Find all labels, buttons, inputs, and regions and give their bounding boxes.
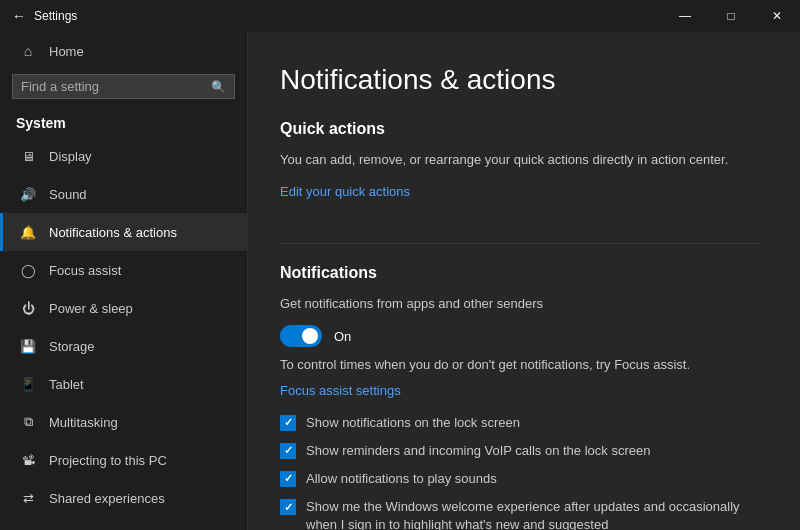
system-section-label: System xyxy=(0,107,247,137)
checkbox-lock-screen-label: Show notifications on the lock screen xyxy=(306,414,520,432)
checkbox-voip[interactable] xyxy=(280,443,296,459)
sidebar-shared-label: Shared experiences xyxy=(49,491,165,506)
sidebar-focus-label: Focus assist xyxy=(49,263,121,278)
quick-actions-section-title: Quick actions xyxy=(280,120,760,138)
sidebar-projecting-label: Projecting to this PC xyxy=(49,453,167,468)
focus-desc: To control times when you do or don't ge… xyxy=(280,355,760,375)
display-icon: 🖥 xyxy=(19,147,37,165)
sidebar-item-home-label: Home xyxy=(49,44,84,59)
search-icon: 🔍 xyxy=(211,80,226,94)
sidebar-multitasking-label: Multitasking xyxy=(49,415,118,430)
notifications-from-apps-label: Get notifications from apps and other se… xyxy=(280,294,760,314)
title-bar-title: Settings xyxy=(34,9,77,23)
page-title: Notifications & actions xyxy=(280,64,760,96)
checkbox-voip-label: Show reminders and incoming VoIP calls o… xyxy=(306,442,650,460)
checkbox-row-welcome: Show me the Windows welcome experience a… xyxy=(280,498,760,530)
edit-quick-actions-link[interactable]: Edit your quick actions xyxy=(280,184,410,199)
sidebar-notifications-label: Notifications & actions xyxy=(49,225,177,240)
sidebar-power-label: Power & sleep xyxy=(49,301,133,316)
close-button[interactable]: ✕ xyxy=(754,0,800,32)
sidebar-item-sound[interactable]: 🔊 Sound xyxy=(0,175,247,213)
divider-1 xyxy=(280,243,760,244)
checkbox-welcome-label: Show me the Windows welcome experience a… xyxy=(306,498,760,530)
sidebar-tablet-label: Tablet xyxy=(49,377,84,392)
back-arrow-icon: ← xyxy=(12,8,26,24)
sidebar-item-multitasking[interactable]: ⧉ Multitasking xyxy=(0,403,247,441)
toggle-knob xyxy=(302,328,318,344)
shared-icon: ⇄ xyxy=(19,489,37,507)
sidebar-search-box[interactable]: 🔍 xyxy=(12,74,235,99)
home-icon: ⌂ xyxy=(19,42,37,60)
checkbox-row-voip: Show reminders and incoming VoIP calls o… xyxy=(280,442,760,460)
sidebar-item-home[interactable]: ⌂ Home xyxy=(0,32,247,70)
sound-icon: 🔊 xyxy=(19,185,37,203)
maximize-button[interactable]: □ xyxy=(708,0,754,32)
checkbox-row-sounds: Allow notifications to play sounds xyxy=(280,470,760,488)
toggle-on-label: On xyxy=(334,329,351,344)
notifications-toggle[interactable] xyxy=(280,325,322,347)
checkbox-lock-screen[interactable] xyxy=(280,415,296,431)
sidebar-item-power[interactable]: ⏻ Power & sleep xyxy=(0,289,247,327)
sidebar-storage-label: Storage xyxy=(49,339,95,354)
title-bar: ← Settings — □ ✕ xyxy=(0,0,800,32)
checkbox-sounds-label: Allow notifications to play sounds xyxy=(306,470,497,488)
search-input[interactable] xyxy=(21,79,211,94)
sidebar-item-tablet[interactable]: 📱 Tablet xyxy=(0,365,247,403)
sidebar-item-display[interactable]: 🖥 Display xyxy=(0,137,247,175)
sidebar-sound-label: Sound xyxy=(49,187,87,202)
focus-icon: ◯ xyxy=(19,261,37,279)
sidebar: ⌂ Home 🔍 System 🖥 Display 🔊 Sound 🔔 Noti… xyxy=(0,32,248,530)
focus-assist-link[interactable]: Focus assist settings xyxy=(280,383,401,398)
notifications-section-title: Notifications xyxy=(280,264,760,282)
notifications-toggle-row: On xyxy=(280,325,760,347)
app-body: ⌂ Home 🔍 System 🖥 Display 🔊 Sound 🔔 Noti… xyxy=(0,32,800,530)
quick-actions-desc: You can add, remove, or rearrange your q… xyxy=(280,150,760,170)
tablet-icon: 📱 xyxy=(19,375,37,393)
sidebar-item-notifications[interactable]: 🔔 Notifications & actions xyxy=(0,213,247,251)
title-bar-left: ← Settings xyxy=(12,8,77,24)
sidebar-item-storage[interactable]: 💾 Storage xyxy=(0,327,247,365)
checkbox-sounds[interactable] xyxy=(280,471,296,487)
projecting-icon: 📽 xyxy=(19,451,37,469)
storage-icon: 💾 xyxy=(19,337,37,355)
checkbox-welcome[interactable] xyxy=(280,499,296,515)
title-bar-controls: — □ ✕ xyxy=(662,0,800,32)
minimize-button[interactable]: — xyxy=(662,0,708,32)
checkbox-row-lock-screen: Show notifications on the lock screen xyxy=(280,414,760,432)
sidebar-display-label: Display xyxy=(49,149,92,164)
sidebar-item-projecting[interactable]: 📽 Projecting to this PC xyxy=(0,441,247,479)
sidebar-item-focus[interactable]: ◯ Focus assist xyxy=(0,251,247,289)
main-content: Notifications & actions Quick actions Yo… xyxy=(248,32,800,530)
power-icon: ⏻ xyxy=(19,299,37,317)
sidebar-item-shared[interactable]: ⇄ Shared experiences xyxy=(0,479,247,517)
multitasking-icon: ⧉ xyxy=(19,413,37,431)
notifications-icon: 🔔 xyxy=(19,223,37,241)
